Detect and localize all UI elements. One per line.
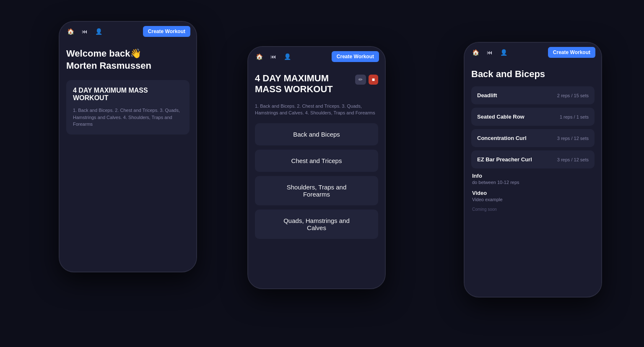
home-icon-1[interactable]: 🏠 <box>65 26 76 36</box>
workout-card-1[interactable]: 4 DAY MAXIMUM MASS WORKOUT 1. Back and B… <box>66 80 190 135</box>
workout-title-row: 4 DAY MAXIMUM MASS WORKOUT ✏ ■ <box>255 73 378 98</box>
exercise-name-deadlift: Deadlift <box>477 92 497 98</box>
info-label: Info <box>472 173 594 179</box>
video-soon: Coming soon <box>472 207 594 212</box>
info-section: Info do between 10-12 reps Video Video e… <box>471 173 595 212</box>
delete-icon[interactable]: ■ <box>369 75 378 85</box>
exercise-reps-ez-bar: 3 reps / 12 sets <box>557 157 589 162</box>
day-button-1[interactable]: Back and Biceps <box>255 123 378 145</box>
home-icon-3[interactable]: 🏠 <box>470 47 481 57</box>
exercise-name-ez-bar: EZ Bar Preacher Curl <box>477 156 532 163</box>
phones-container: 🏠 ⏮ 👤 Create Workout Welcome back👋Morten… <box>0 0 644 347</box>
exercise-reps-concentration-curl: 3 reps / 12 sets <box>557 136 589 141</box>
create-workout-button-3[interactable]: Create Workout <box>548 47 595 58</box>
workout-card-title-1: 4 DAY MAXIMUM MASS WORKOUT <box>73 87 183 102</box>
pencil-icon[interactable]: ✏ <box>355 75 366 85</box>
info-value: do between 10-12 reps <box>472 180 594 185</box>
welcome-text: Welcome back👋Morten Rasmussen <box>66 48 190 72</box>
user-icon-2[interactable]: 👤 <box>282 52 293 62</box>
phone-3: 🏠 ⏮ 👤 Create Workout Back and Biceps Dea… <box>464 42 602 298</box>
video-label: Video <box>472 190 594 196</box>
edit-icons: ✏ ■ <box>355 75 378 85</box>
workout-title-2: 4 DAY MAXIMUM MASS WORKOUT <box>255 73 355 95</box>
day-button-2[interactable]: Chest and Triceps <box>255 150 378 172</box>
section-title-3: Back and Biceps <box>471 69 595 80</box>
exercise-row-deadlift[interactable]: Deadlift 2 reps / 15 sets <box>471 86 595 104</box>
workout-card-desc-1: 1. Back and Biceps. 2. Chest and Triceps… <box>73 107 183 128</box>
phone2-content: 4 DAY MAXIMUM MASS WORKOUT ✏ ■ 1. Back a… <box>248 66 385 287</box>
back-icon-1[interactable]: ⏮ <box>80 26 89 36</box>
exercise-reps-deadlift: 2 reps / 15 sets <box>557 93 589 98</box>
create-workout-button-1[interactable]: Create Workout <box>143 26 190 37</box>
day-button-3[interactable]: Shoulders, Traps andForearms <box>255 176 378 205</box>
home-icon-2[interactable]: 🏠 <box>254 52 265 62</box>
exercise-row-ez-bar[interactable]: EZ Bar Preacher Curl 3 reps / 12 sets <box>471 150 595 168</box>
phone-1: 🏠 ⏮ 👤 Create Workout Welcome back👋Morten… <box>59 21 197 272</box>
video-value: Video example <box>472 197 594 202</box>
exercise-row-concentration-curl[interactable]: Concentration Curl 3 reps / 12 sets <box>471 129 595 147</box>
day-button-4[interactable]: Quads, Hamstrings andCalves <box>255 210 378 239</box>
exercise-name-concentration-curl: Concentration Curl <box>477 135 527 141</box>
exercise-name-seated-cable-row: Seated Cable Row <box>477 114 525 120</box>
user-icon-1[interactable]: 👤 <box>93 26 104 36</box>
phone1-content: Welcome back👋Morten Rasmussen 4 DAY MAXI… <box>60 41 196 270</box>
user-icon-3[interactable]: 👤 <box>499 47 509 57</box>
nav-bar-1: 🏠 ⏮ 👤 Create Workout <box>60 22 196 41</box>
nav-left-2: 🏠 ⏮ 👤 <box>254 52 293 62</box>
back-icon-3[interactable]: ⏮ <box>485 47 494 57</box>
nav-left-3: 🏠 ⏮ 👤 <box>470 47 509 57</box>
nav-bar-3: 🏠 ⏮ 👤 Create Workout <box>465 43 601 62</box>
workout-subtitle-2: 1. Back and Biceps. 2. Chest and Triceps… <box>255 103 378 117</box>
exercise-reps-seated-cable-row: 1 reps / 1 sets <box>560 114 589 119</box>
phone3-content: Back and Biceps Deadlift 2 reps / 15 set… <box>465 62 601 295</box>
exercise-row-seated-cable-row[interactable]: Seated Cable Row 1 reps / 1 sets <box>471 108 595 126</box>
nav-left-1: 🏠 ⏮ 👤 <box>65 26 104 36</box>
nav-bar-2: 🏠 ⏮ 👤 Create Workout <box>248 47 385 66</box>
create-workout-button-2[interactable]: Create Workout <box>332 51 379 62</box>
back-icon-2[interactable]: ⏮ <box>269 52 278 62</box>
phone-2: 🏠 ⏮ 👤 Create Workout 4 DAY MAXIMUM MASS … <box>247 46 386 289</box>
